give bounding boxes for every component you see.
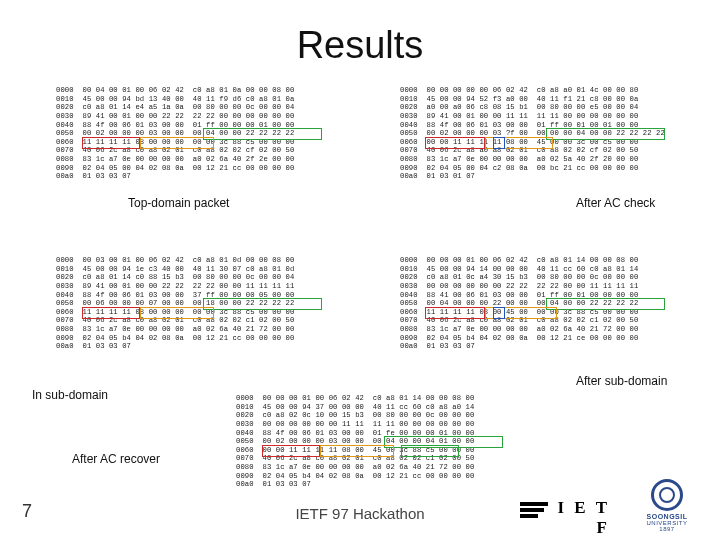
ssu-ring-icon [651, 479, 683, 511]
soongsil-logo: SOONGSIL UNIVERSITY 1897 [630, 479, 704, 532]
hl-green-5b [401, 445, 459, 457]
ssu-year: 1897 [630, 526, 704, 532]
slide-title: Results [0, 24, 720, 67]
hl-red-2 [425, 137, 485, 149]
label-in-sub: In sub-domain [30, 388, 110, 402]
hl-blue-4 [493, 307, 505, 319]
hl-green-3 [203, 298, 322, 310]
hl-red-5 [262, 445, 320, 457]
ietf-text: I E T F [558, 498, 611, 537]
ietf-logo: I E T F [552, 498, 610, 526]
footer-text: IETF 97 Hackathon [0, 505, 720, 522]
hl-red-3 [82, 307, 140, 319]
hl-blue-2 [493, 137, 505, 149]
hl-red-1 [82, 137, 140, 149]
hl-orange-3 [140, 307, 214, 319]
label-after-ac-check: After AC check [574, 196, 657, 210]
hl-orange-1 [140, 137, 214, 149]
ietf-bars-icon [520, 502, 548, 522]
label-after-recover: After AC recover [70, 452, 162, 466]
hl-red-4 [425, 307, 485, 319]
label-top-domain: Top-domain packet [126, 196, 231, 210]
hl-green-2 [546, 128, 665, 140]
hl-orange-5 [320, 445, 394, 457]
hl-green-4 [546, 298, 665, 310]
label-after-sub: After sub-domain [574, 374, 669, 388]
ssu-line1: SOONGSIL [630, 513, 704, 520]
slide: Results 0000 00 04 00 01 00 06 02 42 c0 … [0, 0, 720, 540]
hl-green-1 [203, 128, 322, 140]
